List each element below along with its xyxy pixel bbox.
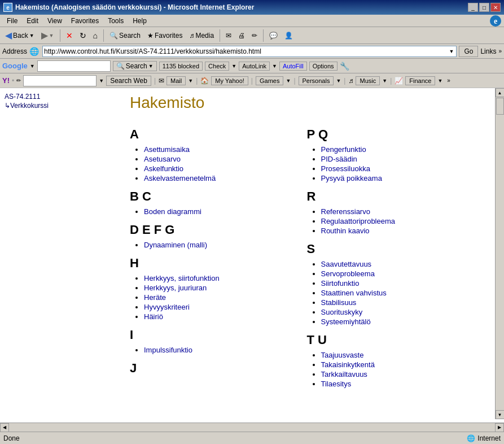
yahoo-personals-button[interactable]: Personals	[299, 76, 334, 85]
link-systeemiyhtalo[interactable]: Systeemiyhtälö	[321, 317, 371, 326]
link-pysyva-poikkeama[interactable]: Pysyvä poikkeama	[321, 174, 382, 182]
yahoo-myyahoo-button[interactable]: My Yahoo!	[211, 76, 248, 85]
google-search-dropdown-icon[interactable]: ▼	[148, 63, 154, 69]
forward-button[interactable]: ▶ ▼	[38, 29, 57, 42]
messenger-button[interactable]: 👤	[282, 29, 296, 42]
link-dynaaminen[interactable]: Dynaaminen (malli)	[144, 241, 207, 249]
yahoo-mail-button[interactable]: Mail	[166, 76, 186, 85]
link-tarkkailtavuus[interactable]: Tarkkailtavuus	[321, 370, 367, 378]
link-askelfunktio[interactable]: Askelfunktio	[144, 164, 183, 173]
close-button[interactable]: ✕	[490, 3, 501, 12]
links-label[interactable]: Links	[480, 47, 496, 55]
sidebar-course-code[interactable]: AS-74.2111	[5, 93, 114, 101]
link-suorituskyky[interactable]: Suorituskyky	[321, 308, 363, 316]
link-herkkyys-juuriuran[interactable]: Herkkyys, juuriuran	[144, 284, 207, 292]
link-pid-saadin[interactable]: PID-säädin	[321, 155, 357, 163]
home-button[interactable]: ⌂	[90, 29, 100, 42]
yahoo-music-button[interactable]: Music	[356, 76, 380, 85]
link-prosessiluokka[interactable]: Prosessiluokka	[321, 164, 370, 173]
mail-button[interactable]: ✉	[223, 29, 234, 42]
stop-button[interactable]: ✕	[63, 29, 76, 42]
menu-edit[interactable]: Edit	[22, 16, 43, 26]
scrollbar-thumb[interactable]	[496, 98, 504, 115]
link-boden-diagrammi[interactable]: Boden diagrammi	[144, 207, 201, 216]
search-button[interactable]: 🔍 Search	[107, 29, 143, 42]
back-icon: ◀	[5, 30, 12, 41]
yahoo-finance-button[interactable]: Finance	[405, 76, 435, 85]
minimize-button[interactable]: _	[468, 3, 478, 12]
forward-dropdown-icon[interactable]: ▼	[49, 33, 54, 38]
scrollbar-up-button[interactable]: ▲	[496, 88, 505, 97]
google-search-button[interactable]: 🔍 Search ▼	[113, 61, 157, 71]
link-tilaesitys[interactable]: Tilaesitys	[321, 380, 352, 388]
scrollbar-down-button[interactable]: ▼	[496, 410, 505, 419]
yahoo-search-button[interactable]: Search Web	[106, 76, 151, 86]
google-dropdown-icon[interactable]: ▼	[30, 63, 35, 69]
ie-logo-icon: e	[489, 15, 502, 27]
menu-favorites[interactable]: Favorites	[67, 16, 103, 26]
vertical-scrollbar[interactable]: ▲ ▼	[495, 88, 504, 419]
link-routhin-kaavio[interactable]: Routhin kaavio	[321, 227, 370, 235]
check-dropdown-icon[interactable]: ▼	[231, 63, 236, 69]
yahoo-personals-dropdown-icon[interactable]: ▼	[336, 78, 341, 84]
menu-tools[interactable]: Tools	[103, 16, 128, 26]
link-herkkyys-siirtofunktion[interactable]: Herkkyys, siirtofunktion	[144, 274, 220, 282]
print-button[interactable]: 🖨	[235, 29, 248, 42]
refresh-button[interactable]: ↻	[77, 29, 89, 42]
autolink-dropdown-icon[interactable]: ▼	[272, 63, 277, 69]
google-search-input[interactable]	[39, 62, 109, 70]
google-search-input-wrap	[37, 60, 111, 72]
yahoo-expand-icon[interactable]: »	[447, 77, 450, 84]
yahoo-games-button[interactable]: Games	[256, 76, 283, 85]
yahoo-search-input[interactable]	[25, 77, 95, 85]
links-expand-icon[interactable]: »	[498, 48, 502, 54]
blocked-badge[interactable]: 1135 blocked	[159, 62, 203, 71]
section-h-list: Herkkyys, siirtofunktion Herkkyys, juuri…	[130, 274, 296, 321]
address-dropdown-icon[interactable]: ▼	[448, 49, 455, 54]
link-hyvyyskriteeri[interactable]: Hyvyyskriteeri	[144, 303, 190, 311]
section-i-list: Impulssifunktio	[130, 346, 296, 354]
favorites-button[interactable]: ★ Favorites	[144, 29, 185, 42]
yahoo-music-dropdown-icon[interactable]: ▼	[382, 78, 387, 84]
autolink-button[interactable]: AutoLink	[239, 62, 270, 71]
link-siirtofunktio[interactable]: Siirtofunktio	[321, 279, 360, 288]
link-herate[interactable]: Heräte	[144, 293, 166, 302]
link-taajuusvaste[interactable]: Taajuusvaste	[321, 351, 364, 359]
link-regulaattoriprobleema[interactable]: Regulaattoriprobleema	[321, 217, 396, 225]
list-item: Asettumisaika	[144, 145, 296, 154]
link-stabilisuus[interactable]: Stabilisuus	[321, 298, 357, 307]
edit-button[interactable]: ✏	[249, 29, 260, 42]
link-hairio[interactable]: Häiriö	[144, 312, 163, 321]
link-asetusarvo[interactable]: Asetusarvo	[144, 155, 181, 163]
link-saavutettavuus[interactable]: Saavutettavuus	[321, 260, 372, 268]
options-button[interactable]: Options	[309, 62, 338, 71]
yahoo-input-dropdown-icon[interactable]: ▼	[99, 78, 104, 84]
maximize-button[interactable]: □	[479, 3, 489, 12]
link-servoprobleema[interactable]: Servoprobleema	[321, 269, 375, 278]
yahoo-finance-dropdown-icon[interactable]: ▼	[437, 78, 442, 84]
yahoo-mail-dropdown-icon[interactable]: ▼	[188, 78, 193, 84]
link-asettumisaika[interactable]: Asettumisaika	[144, 145, 190, 154]
back-button[interactable]: ◀ Back ▼	[2, 29, 37, 42]
link-askelvastemenetelma[interactable]: Askelvastemenetelmä	[144, 174, 216, 182]
link-staattinen-vahvistus[interactable]: Staattinen vahvistus	[321, 289, 387, 297]
yahoo-nav-sep-1: |	[154, 77, 156, 85]
media-icon: ♬	[189, 32, 194, 40]
link-impulssifunktio[interactable]: Impulssifunktio	[144, 346, 192, 354]
yahoo-games-dropdown-icon[interactable]: ▼	[286, 78, 291, 84]
menu-help[interactable]: Help	[128, 16, 151, 26]
link-takaisinkytkenta[interactable]: Takaisinkytkentä	[321, 360, 375, 369]
sidebar-course-link[interactable]: ↳Verkkokurssi	[5, 102, 114, 110]
menu-file[interactable]: File	[2, 16, 22, 26]
discuss-button[interactable]: 💬	[266, 29, 281, 42]
check-button[interactable]: Check	[205, 62, 229, 71]
list-item: Routhin kaavio	[321, 227, 473, 235]
back-dropdown-icon[interactable]: ▼	[29, 33, 34, 38]
address-input[interactable]	[44, 47, 448, 55]
go-button[interactable]: Go	[459, 46, 478, 57]
link-referenssiarvo[interactable]: Referenssiarvo	[321, 207, 370, 216]
autofill-button[interactable]: AutoFill	[279, 62, 307, 71]
menu-view[interactable]: View	[43, 16, 67, 26]
link-pengerfunktio[interactable]: Pengerfunktio	[321, 145, 366, 154]
media-button[interactable]: ♬ Media	[186, 29, 217, 42]
